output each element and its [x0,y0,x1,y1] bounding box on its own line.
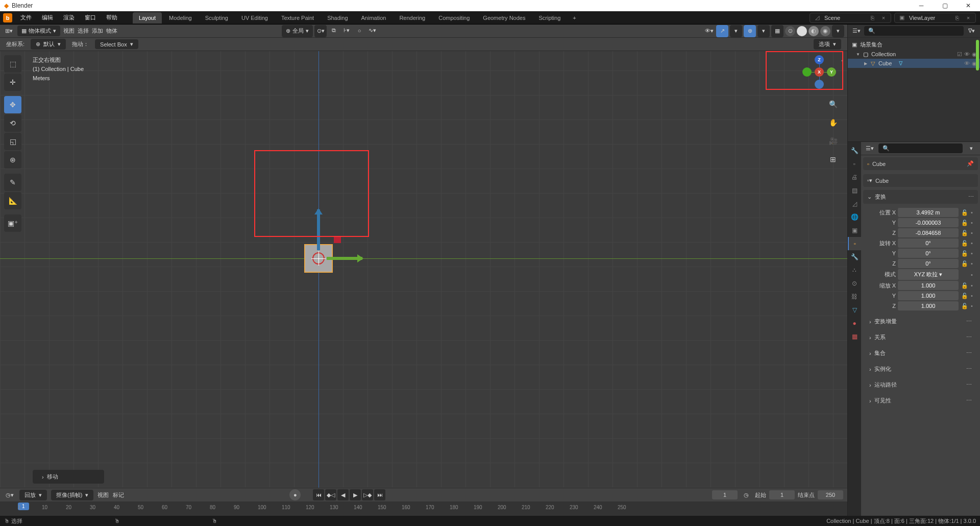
add-menu[interactable]: 添加 [92,27,103,35]
close-button[interactable]: ✕ [957,0,980,11]
tool-select[interactable]: ⬚ [4,55,21,73]
panel-menu-icon[interactable]: ⋯ [968,194,974,200]
shade-wireframe[interactable]: ⊙ [785,26,795,36]
chevron-right-icon[interactable]: ▶ [864,61,867,66]
3d-viewport[interactable]: ⬚ ✛ ✥ ⟲ ◱ ⊛ ✎ 📐 ▣⁺ 正交右视图 (1) Collection … [0,51,847,488]
lock-icon[interactable]: 🔓 [961,260,969,267]
eye-icon[interactable]: 👁 [964,51,970,58]
collections-panel[interactable]: ›集合⋯ [863,346,978,360]
ptab-data[interactable]: ▽ [848,303,861,317]
outliner-editor-icon[interactable]: ☰▾ [851,26,862,37]
select-menu[interactable]: 选择 [78,27,89,35]
scale-x-field[interactable]: 1.000 [898,281,959,290]
filter-icon[interactable]: ∇▾ [966,26,977,37]
gizmo-toggle[interactable]: ↗ [716,25,728,37]
ptab-particles[interactable]: ∴ [848,264,861,277]
menu-edit[interactable]: 编辑 [37,12,58,23]
play-reverse-icon[interactable]: ◀ [337,489,349,500]
tab-sculpting[interactable]: Sculpting [199,12,234,23]
tree-scene-collection[interactable]: ▣ 场景集合 [848,40,980,50]
tool-cursor[interactable]: ✛ [4,74,21,91]
tool-annotate[interactable]: ✎ [4,174,21,191]
ptab-world[interactable]: 🌐 [848,210,861,224]
lock-icon[interactable]: 🔓 [961,209,969,216]
relations-panel[interactable]: ›关系⋯ [863,330,978,344]
keying-menu[interactable]: 抠像(插帧) ▾ [51,490,93,500]
outliner-scrollbar[interactable] [976,40,979,70]
panel-menu-icon[interactable]: ⋯ [966,350,972,356]
prev-key-icon[interactable]: ◆◁ [325,489,336,500]
start-frame-field[interactable]: 1 [769,490,795,499]
props-editor-icon[interactable]: ☰▾ [864,143,875,154]
close-layer-icon[interactable]: × [964,14,972,22]
overlay-toggle[interactable]: ⊕ [744,25,756,37]
panel-menu-icon[interactable]: ⋯ [966,397,972,404]
loc-x-field[interactable]: 3.4992 m [898,208,959,217]
ptab-output[interactable]: 🖨 [848,171,861,184]
data-name-field[interactable]: ▫▾ Cube [863,174,978,187]
tree-collection[interactable]: ▼ ▢ Collection ☑👁◉ [848,50,980,59]
menu-window[interactable]: 窗口 [80,12,101,23]
clock-icon[interactable]: ◷ [741,489,752,500]
menu-file[interactable]: 文件 [15,12,37,23]
pin-icon[interactable]: ⎘ [868,14,876,22]
props-options[interactable]: ▾ [966,143,977,154]
tab-texture[interactable]: Texture Paint [275,12,320,23]
timeline-view-menu[interactable]: 视图 [97,491,109,499]
pin-icon[interactable]: 📌 [967,160,974,167]
snap-mode[interactable]: ⊦▾ [341,25,352,36]
lock-icon[interactable]: 🔓 [961,282,969,289]
tab-shading[interactable]: Shading [321,12,354,23]
last-operator-panel[interactable]: › 移动 [33,470,104,484]
tab-modeling[interactable]: Modeling [163,12,198,23]
outliner-search[interactable]: 🔍 [864,26,964,36]
perspective-icon[interactable]: ⊞ [826,152,840,166]
minimize-button[interactable]: ─ [910,0,933,11]
visibility-icon[interactable]: 👁▾ [703,26,715,37]
vis-panel[interactable]: ›可见性⋯ [863,394,978,408]
ptab-material[interactable]: ● [848,317,861,330]
tool-move[interactable]: ✥ [4,96,21,113]
delta-panel[interactable]: ›变换增量⋯ [863,315,978,328]
timeline-ruler[interactable]: 1 11020304050607080901001101201301401501… [0,501,847,516]
blender-logo-icon[interactable]: b [3,13,12,22]
close-scene-icon[interactable]: × [879,14,888,22]
play-icon[interactable]: ▶ [350,489,361,500]
shade-rendered[interactable]: ◉ [820,26,830,36]
tab-add[interactable]: + [568,12,581,23]
shade-matprev[interactable]: ◐ [808,26,819,36]
current-frame-field[interactable]: 1 [712,490,738,499]
prop-edit-type[interactable]: ∿▾ [366,25,378,36]
zoom-icon[interactable]: 🔍 [826,97,840,111]
options-dropdown[interactable]: 选项 ▾ [814,39,841,50]
panel-menu-icon[interactable]: ⋯ [966,334,972,341]
timeline-marker-menu[interactable]: 标记 [113,491,124,499]
viewlayer-name-input[interactable] [909,15,950,21]
ptab-viewlayer[interactable]: ▤ [848,184,861,197]
tree-cube[interactable]: ▶ ▽ Cube ∇ 👁◉ [848,59,980,68]
eye-icon[interactable]: 👁 [964,60,970,67]
tool-scale[interactable]: ◱ [4,133,21,150]
lock-icon[interactable]: 🔓 [961,293,969,299]
end-frame-field[interactable]: 250 [818,490,843,499]
prop-edit-icon[interactable]: ○ [354,25,365,36]
orientation-selector[interactable]: ⊕全局▾ [282,25,313,37]
autokey-toggle[interactable]: ● [289,489,301,500]
new-layer-icon[interactable]: ⎘ [953,14,961,22]
rot-x-field[interactable]: 0° [898,238,959,248]
tab-uv[interactable]: UV Editing [235,12,274,23]
instancing-panel[interactable]: ›实例化⋯ [863,362,978,376]
motion-panel[interactable]: ›运动路径⋯ [863,378,978,392]
scene-selector[interactable]: ◿ ⎘ × [810,13,891,23]
lock-icon[interactable]: 🔓 [961,220,969,226]
ptab-scene[interactable]: ◿ [848,197,861,210]
ptab-physics[interactable]: ⊙ [848,277,861,290]
tool-transform[interactable]: ⊛ [4,151,21,169]
editor-type-icon[interactable]: ⊞▾ [3,26,14,37]
lock-icon[interactable]: 🔓 [961,240,969,247]
transform-panel-header[interactable]: ⌄ 变换 ⋯ [863,190,978,204]
lock-icon[interactable]: 🔓 [961,250,969,257]
props-search[interactable]: 🔍 [878,144,963,153]
shade-solid[interactable] [797,26,807,36]
breadcrumb[interactable]: ▫ Cube 📌 [863,157,978,170]
